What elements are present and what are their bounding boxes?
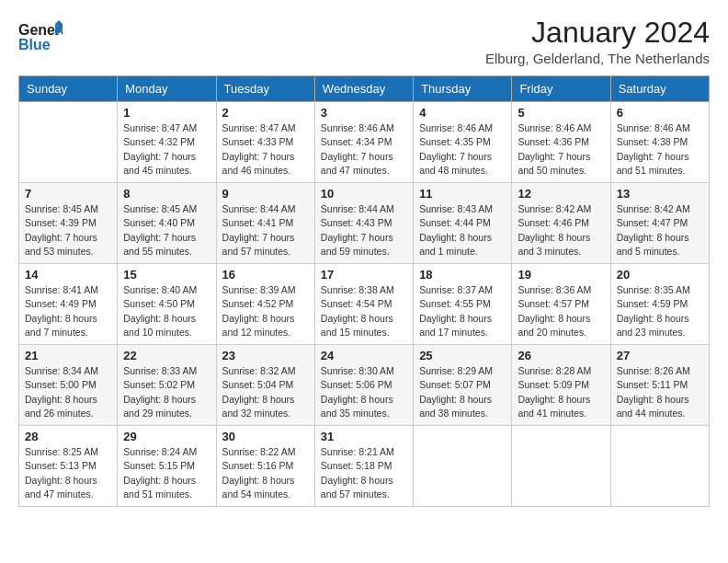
day-number: 12 [518, 187, 604, 201]
table-cell: 17Sunrise: 8:38 AM Sunset: 4:54 PM Dayli… [314, 264, 413, 345]
day-info: Sunrise: 8:28 AM Sunset: 5:09 PM Dayligh… [518, 364, 604, 420]
day-info: Sunrise: 8:22 AM Sunset: 5:16 PM Dayligh… [222, 445, 309, 501]
day-number: 21 [25, 349, 111, 362]
day-info: Sunrise: 8:41 AM Sunset: 4:49 PM Dayligh… [25, 283, 111, 339]
table-cell: 1Sunrise: 8:47 AM Sunset: 4:32 PM Daylig… [118, 102, 216, 183]
day-info: Sunrise: 8:21 AM Sunset: 5:18 PM Dayligh… [321, 445, 407, 501]
day-number: 31 [321, 430, 407, 443]
day-info: Sunrise: 8:40 AM Sunset: 4:50 PM Dayligh… [123, 283, 210, 339]
day-info: Sunrise: 8:35 AM Sunset: 4:59 PM Dayligh… [617, 283, 703, 339]
day-info: Sunrise: 8:44 AM Sunset: 4:41 PM Dayligh… [222, 202, 309, 259]
day-number: 20 [617, 268, 703, 282]
table-cell: 25Sunrise: 8:29 AM Sunset: 5:07 PM Dayli… [414, 345, 512, 426]
day-number: 18 [419, 268, 506, 282]
header-row: Sunday Monday Tuesday Wednesday Thursday… [19, 76, 710, 102]
day-number: 29 [123, 430, 210, 443]
day-number: 28 [25, 430, 111, 443]
subtitle: Elburg, Gelderland, The Netherlands [485, 51, 710, 66]
day-info: Sunrise: 8:42 AM Sunset: 4:46 PM Dayligh… [518, 202, 604, 259]
table-cell: 28Sunrise: 8:25 AM Sunset: 5:13 PM Dayli… [19, 426, 118, 507]
day-info: Sunrise: 8:44 AM Sunset: 4:43 PM Dayligh… [321, 202, 407, 259]
day-info: Sunrise: 8:46 AM Sunset: 4:36 PM Dayligh… [518, 121, 604, 178]
day-info: Sunrise: 8:43 AM Sunset: 4:44 PM Dayligh… [419, 202, 506, 259]
table-cell: 22Sunrise: 8:33 AM Sunset: 5:02 PM Dayli… [118, 345, 216, 426]
table-cell: 10Sunrise: 8:44 AM Sunset: 4:43 PM Dayli… [314, 183, 413, 264]
table-cell: 29Sunrise: 8:24 AM Sunset: 5:15 PM Dayli… [118, 426, 216, 507]
day-info: Sunrise: 8:34 AM Sunset: 5:00 PM Dayligh… [25, 364, 111, 420]
table-cell: 14Sunrise: 8:41 AM Sunset: 4:49 PM Dayli… [19, 264, 118, 345]
table-cell [610, 426, 709, 507]
day-number: 8 [123, 187, 210, 201]
col-sunday: Sunday [19, 76, 118, 102]
day-number: 17 [321, 268, 407, 282]
day-number: 24 [321, 349, 407, 362]
table-cell: 13Sunrise: 8:42 AM Sunset: 4:47 PM Dayli… [610, 183, 709, 264]
day-info: Sunrise: 8:46 AM Sunset: 4:38 PM Dayligh… [617, 121, 703, 178]
table-cell: 2Sunrise: 8:47 AM Sunset: 4:33 PM Daylig… [216, 102, 314, 183]
day-info: Sunrise: 8:46 AM Sunset: 4:34 PM Dayligh… [321, 121, 407, 178]
day-info: Sunrise: 8:24 AM Sunset: 5:15 PM Dayligh… [123, 445, 210, 501]
header: General Blue January 2024 Elburg, Gelder… [18, 17, 710, 66]
day-number: 26 [518, 349, 604, 362]
table-cell: 26Sunrise: 8:28 AM Sunset: 5:09 PM Dayli… [512, 345, 610, 426]
day-info: Sunrise: 8:47 AM Sunset: 4:32 PM Dayligh… [123, 121, 210, 178]
day-info: Sunrise: 8:33 AM Sunset: 5:02 PM Dayligh… [123, 364, 210, 420]
day-info: Sunrise: 8:39 AM Sunset: 4:52 PM Dayligh… [222, 283, 309, 339]
week-row-4: 21Sunrise: 8:34 AM Sunset: 5:00 PM Dayli… [19, 345, 710, 426]
day-number: 7 [25, 187, 111, 201]
table-cell: 24Sunrise: 8:30 AM Sunset: 5:06 PM Dayli… [314, 345, 413, 426]
day-number: 1 [123, 106, 210, 120]
col-tuesday: Tuesday [216, 76, 314, 102]
day-info: Sunrise: 8:36 AM Sunset: 4:57 PM Dayligh… [518, 283, 604, 339]
table-cell: 20Sunrise: 8:35 AM Sunset: 4:59 PM Dayli… [610, 264, 709, 345]
table-cell: 21Sunrise: 8:34 AM Sunset: 5:00 PM Dayli… [19, 345, 118, 426]
day-info: Sunrise: 8:46 AM Sunset: 4:35 PM Dayligh… [419, 121, 506, 178]
calendar-table: Sunday Monday Tuesday Wednesday Thursday… [18, 75, 710, 507]
week-row-3: 14Sunrise: 8:41 AM Sunset: 4:49 PM Dayli… [19, 264, 710, 345]
day-number: 2 [222, 106, 309, 120]
table-cell: 16Sunrise: 8:39 AM Sunset: 4:52 PM Dayli… [216, 264, 314, 345]
day-number: 4 [419, 106, 506, 120]
week-row-2: 7Sunrise: 8:45 AM Sunset: 4:39 PM Daylig… [19, 183, 710, 264]
day-info: Sunrise: 8:45 AM Sunset: 4:40 PM Dayligh… [123, 202, 210, 259]
day-number: 13 [617, 187, 703, 201]
table-cell: 5Sunrise: 8:46 AM Sunset: 4:36 PM Daylig… [512, 102, 610, 183]
table-cell: 18Sunrise: 8:37 AM Sunset: 4:55 PM Dayli… [414, 264, 512, 345]
day-number: 25 [419, 349, 506, 362]
col-saturday: Saturday [610, 76, 709, 102]
day-info: Sunrise: 8:42 AM Sunset: 4:47 PM Dayligh… [617, 202, 703, 259]
day-number: 11 [419, 187, 506, 201]
day-number: 9 [222, 187, 309, 201]
day-info: Sunrise: 8:32 AM Sunset: 5:04 PM Dayligh… [222, 364, 309, 420]
day-info: Sunrise: 8:38 AM Sunset: 4:54 PM Dayligh… [321, 283, 407, 339]
table-cell: 11Sunrise: 8:43 AM Sunset: 4:44 PM Dayli… [414, 183, 512, 264]
day-info: Sunrise: 8:47 AM Sunset: 4:33 PM Dayligh… [222, 121, 309, 178]
day-number: 16 [222, 268, 309, 282]
day-number: 30 [222, 430, 309, 443]
table-cell: 6Sunrise: 8:46 AM Sunset: 4:38 PM Daylig… [610, 102, 709, 183]
day-number: 19 [518, 268, 604, 282]
table-cell: 27Sunrise: 8:26 AM Sunset: 5:11 PM Dayli… [610, 345, 709, 426]
table-cell: 7Sunrise: 8:45 AM Sunset: 4:39 PM Daylig… [19, 183, 118, 264]
day-info: Sunrise: 8:37 AM Sunset: 4:55 PM Dayligh… [419, 283, 506, 339]
day-info: Sunrise: 8:29 AM Sunset: 5:07 PM Dayligh… [419, 364, 506, 420]
week-row-1: 1Sunrise: 8:47 AM Sunset: 4:32 PM Daylig… [19, 102, 710, 183]
table-cell [19, 102, 118, 183]
day-info: Sunrise: 8:26 AM Sunset: 5:11 PM Dayligh… [617, 364, 703, 420]
logo: General Blue [18, 17, 63, 61]
day-info: Sunrise: 8:30 AM Sunset: 5:06 PM Dayligh… [321, 364, 407, 420]
table-cell: 15Sunrise: 8:40 AM Sunset: 4:50 PM Dayli… [118, 264, 216, 345]
table-cell: 23Sunrise: 8:32 AM Sunset: 5:04 PM Dayli… [216, 345, 314, 426]
day-number: 15 [123, 268, 210, 282]
table-cell: 9Sunrise: 8:44 AM Sunset: 4:41 PM Daylig… [216, 183, 314, 264]
title-block: January 2024 Elburg, Gelderland, The Net… [485, 17, 710, 66]
day-number: 23 [222, 349, 309, 362]
day-number: 10 [321, 187, 407, 201]
week-row-5: 28Sunrise: 8:25 AM Sunset: 5:13 PM Dayli… [19, 426, 710, 507]
table-cell [512, 426, 610, 507]
table-cell: 12Sunrise: 8:42 AM Sunset: 4:46 PM Dayli… [512, 183, 610, 264]
day-number: 5 [518, 106, 604, 120]
day-info: Sunrise: 8:25 AM Sunset: 5:13 PM Dayligh… [25, 445, 111, 501]
page: General Blue January 2024 Elburg, Gelder… [0, 0, 728, 516]
col-thursday: Thursday [414, 76, 512, 102]
